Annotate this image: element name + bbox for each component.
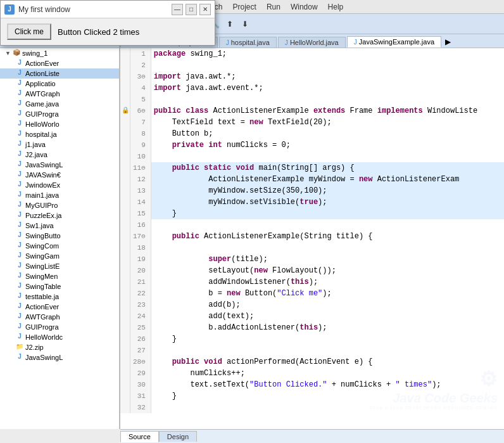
code-line-20: setLayout(new FlowLayout()); xyxy=(151,265,504,276)
tree-item-actionever1[interactable]: JActionEver xyxy=(0,58,119,68)
marker-9 xyxy=(120,139,130,151)
tab-hospital[interactable]: J hospital.java xyxy=(219,37,277,48)
tab-source[interactable]: Source xyxy=(120,431,159,442)
marker-7 xyxy=(120,117,130,128)
code-line-19: super(title); xyxy=(151,254,504,265)
ln-11: 11⊖ xyxy=(133,162,148,174)
ln-19: 19 xyxy=(133,254,148,265)
code-line-17: public ActionListenerExample(String titl… xyxy=(151,231,504,242)
java-file-icon: J xyxy=(354,39,357,46)
minimize-button[interactable]: — xyxy=(172,4,183,15)
tree-item-applicatio[interactable]: JApplicatio xyxy=(0,79,119,89)
tab-design[interactable]: Design xyxy=(159,431,197,442)
marker-27 xyxy=(120,345,130,356)
tree-item-mygui[interactable]: JMyGUIPro xyxy=(0,200,119,210)
maximize-button[interactable]: □ xyxy=(186,4,197,15)
toolbar-btn-14[interactable]: ⬆ xyxy=(223,17,237,31)
ln-24: 24 xyxy=(133,311,148,322)
ln-7: 7 xyxy=(133,117,148,128)
ln-15: 15 xyxy=(133,208,148,219)
java-icon: J xyxy=(15,140,24,149)
menu-window[interactable]: Window xyxy=(286,1,323,13)
code-line-27 xyxy=(151,345,504,356)
code-line-26: } xyxy=(151,333,504,345)
tree-item-j2zip[interactable]: 📁J2.zip xyxy=(0,342,119,352)
marker-30 xyxy=(120,379,130,390)
code-line-22: b = new Button("Click me"); xyxy=(151,288,504,299)
ln-23: 23 xyxy=(133,299,148,311)
tab-overflow[interactable]: ▶ xyxy=(443,36,453,48)
tree-item-swinglist[interactable]: JSwingListE xyxy=(0,261,119,271)
tree-item-javaswinge2[interactable]: JJavaSwingL xyxy=(0,352,119,363)
code-line-15: } xyxy=(151,208,504,219)
java-icon: J xyxy=(15,333,24,342)
tree-item-helloworldc[interactable]: JHelloWorldc xyxy=(0,332,119,342)
tree-item-actionliste[interactable]: JActionListe xyxy=(0,68,119,79)
tree-item-j1[interactable]: Jj1.java xyxy=(0,139,119,150)
ln-31: 31 xyxy=(133,390,148,402)
ln-21: 21 xyxy=(133,276,148,288)
code-line-21: addWindowListener(this); xyxy=(151,276,504,288)
marker-15 xyxy=(120,208,130,219)
java-icon: J xyxy=(15,120,24,129)
marker-22 xyxy=(120,288,130,299)
tree-item-main1[interactable]: Jmain1.java xyxy=(0,190,119,200)
click-me-button[interactable]: Click me xyxy=(7,23,51,40)
code-line-30: text.setText("Button Clicked." + numClic… xyxy=(151,379,504,390)
ln-16: 16 xyxy=(133,219,148,231)
code-line-4: import java.awt.event.*; xyxy=(151,82,504,94)
menu-help[interactable]: Help xyxy=(323,1,349,13)
ln-26: 26 xyxy=(133,333,148,345)
tree-item-javaswin2[interactable]: JJAVASwin€ xyxy=(0,170,119,180)
ln-3: 3⊖ xyxy=(133,71,148,82)
tree-item-swingcom[interactable]: JSwingCom xyxy=(0,241,119,251)
tree-item-guiprogra2[interactable]: JGUIProgra xyxy=(0,322,119,332)
tree-item-swingtable[interactable]: JSwingTable xyxy=(0,281,119,292)
tree-item-actionever2[interactable]: JActionEver xyxy=(0,302,119,312)
tree-item-swingbutt[interactable]: JSwingButto xyxy=(0,231,119,241)
marker-6: 🔒 xyxy=(120,105,130,117)
marker-18 xyxy=(120,242,130,254)
tree-item-swing1[interactable]: ▼ 📦 swing_1 xyxy=(0,48,119,58)
tree-item-swingmen[interactable]: JSwingMen xyxy=(0,271,119,281)
marker-23 xyxy=(120,299,130,311)
java-icon: J xyxy=(15,181,24,189)
java-icon: J xyxy=(15,292,24,301)
tree-item-puzzleex[interactable]: JPuzzleEx.ja xyxy=(0,210,119,221)
ln-18: 18 xyxy=(133,242,148,254)
window-controls: — □ ✕ xyxy=(172,4,211,15)
tree-item-hospital[interactable]: Jhospital.ja xyxy=(0,129,119,139)
ln-30: 30 xyxy=(133,379,148,390)
marker-29 xyxy=(120,368,130,379)
marker-10 xyxy=(120,151,130,162)
tab-javaswingexample[interactable]: J JavaSwingExample.java xyxy=(347,36,441,48)
code-line-7: TextField text = new TextField(20); xyxy=(151,117,504,128)
code-line-16 xyxy=(151,219,504,231)
tab-helloworld[interactable]: J HelloWorld.java xyxy=(278,37,346,48)
ln-12: 12 xyxy=(133,174,148,185)
tree-item-testtable[interactable]: Jtesttable.ja xyxy=(0,292,119,302)
menu-project[interactable]: Project xyxy=(228,1,261,13)
eclipse-shell: Eclipse File Edit Source Refactor Naviga… xyxy=(0,0,504,443)
java-icon: J xyxy=(15,282,24,291)
code-lines: package swing_1; import java.awt.*; impo… xyxy=(151,48,504,413)
close-button[interactable]: ✕ xyxy=(199,4,211,15)
tree-item-javaswingl[interactable]: JJavaSwingL xyxy=(0,160,119,170)
click-status-label: Button Clicked 2 times xyxy=(58,27,139,37)
java-icon: J xyxy=(15,59,24,68)
toolbar-btn-15[interactable]: ⬇ xyxy=(238,17,252,31)
window-icon: J xyxy=(4,4,15,15)
tree-item-helloworldo[interactable]: JHelloWorlo xyxy=(0,119,119,129)
java-icon: J xyxy=(15,241,24,250)
tree-item-game[interactable]: JGame.java xyxy=(0,99,119,109)
tree-item-guiprogra[interactable]: JGUIProgra xyxy=(0,109,119,119)
marker-16 xyxy=(120,219,130,231)
tree-item-sw1[interactable]: JSw1.java xyxy=(0,221,119,231)
tree-item-jwindowex[interactable]: JJwindowEx xyxy=(0,180,119,190)
tree-item-awtgraph2[interactable]: JAWTGraph xyxy=(0,312,119,322)
tree-item-j2[interactable]: JJ2.java xyxy=(0,150,119,160)
tree-container: ▼ 📦 swing_1 JActionEver JActionListe JAp… xyxy=(0,48,119,429)
menu-run[interactable]: Run xyxy=(261,1,286,13)
tree-item-swinggam[interactable]: JSwingGam xyxy=(0,251,119,261)
tree-item-awtgraph[interactable]: JAWTGraph xyxy=(0,89,119,99)
